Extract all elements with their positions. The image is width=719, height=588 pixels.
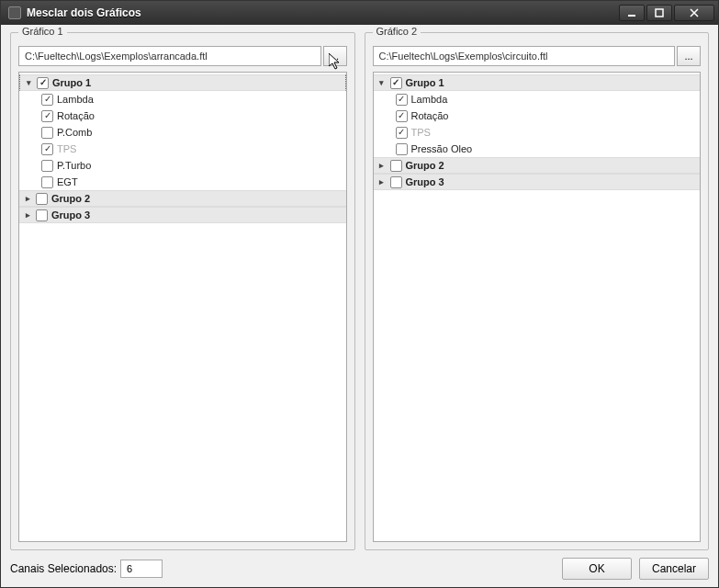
checkbox[interactable] bbox=[41, 110, 53, 122]
selected-count-field[interactable] bbox=[120, 560, 163, 578]
groupbox-legend: Gráfico 1 bbox=[18, 26, 67, 37]
tree-item-label: Grupo 2 bbox=[406, 160, 444, 171]
checkbox[interactable] bbox=[396, 94, 408, 106]
tree-item-row[interactable]: P.Comb bbox=[19, 124, 346, 141]
groupbox-grafico-2: Gráfico 2 ... ▾Grupo 1LambdaRotaçãoTPSPr… bbox=[365, 32, 710, 550]
expander-closed-icon[interactable]: ▸ bbox=[377, 177, 387, 187]
tree-item-label: Grupo 2 bbox=[51, 193, 90, 204]
tree-item-label: TPS bbox=[411, 127, 431, 138]
checkbox[interactable] bbox=[41, 176, 53, 188]
close-button[interactable] bbox=[674, 5, 714, 21]
expander-closed-icon[interactable]: ▸ bbox=[23, 210, 32, 220]
tree-item-label: P.Comb bbox=[57, 127, 92, 138]
ok-button[interactable]: OK bbox=[562, 558, 632, 580]
path-input-1[interactable] bbox=[18, 46, 321, 66]
svg-rect-1 bbox=[656, 9, 663, 17]
tree-list-2[interactable]: ▾Grupo 1LambdaRotaçãoTPSPressão Oleo▸Gru… bbox=[373, 72, 702, 542]
tree-item-row[interactable]: EGT bbox=[19, 174, 346, 190]
app-icon bbox=[8, 6, 21, 19]
tree-item-label: Grupo 1 bbox=[406, 77, 444, 88]
tree-group-row[interactable]: ▸Grupo 2 bbox=[374, 157, 701, 174]
tree-item-row[interactable]: P.Turbo bbox=[19, 157, 346, 174]
tree-item-row[interactable]: Rotação bbox=[374, 107, 701, 124]
checkbox[interactable] bbox=[41, 94, 53, 106]
cancel-button[interactable]: Cancelar bbox=[639, 558, 709, 580]
tree-item-row[interactable]: Lambda bbox=[374, 91, 701, 107]
expander-open-icon[interactable]: ▾ bbox=[377, 78, 387, 87]
tree-item-label: Pressão Oleo bbox=[411, 143, 473, 154]
checkbox[interactable] bbox=[41, 143, 53, 155]
checkbox[interactable] bbox=[396, 143, 408, 155]
window-title: Mesclar dois Gráficos bbox=[27, 6, 619, 19]
panels-row: Gráfico 1 ... ▾Grupo 1LambdaRotaçãoP.Com… bbox=[10, 32, 709, 550]
checkbox[interactable] bbox=[390, 160, 402, 172]
browse-button-2[interactable]: ... bbox=[677, 46, 701, 66]
titlebar[interactable]: Mesclar dois Gráficos bbox=[1, 1, 718, 25]
checkbox[interactable] bbox=[396, 127, 408, 139]
browse-button-1[interactable]: ... bbox=[323, 46, 347, 66]
dialog-content: Gráfico 1 ... ▾Grupo 1LambdaRotaçãoP.Com… bbox=[1, 25, 718, 587]
maximize-icon bbox=[655, 8, 664, 17]
checkbox[interactable] bbox=[41, 127, 53, 139]
tree-item-row[interactable]: TPS bbox=[374, 124, 701, 141]
expander-closed-icon[interactable]: ▸ bbox=[377, 161, 387, 170]
tree-group-row[interactable]: ▸Grupo 2 bbox=[19, 190, 346, 207]
tree-item-label: Rotação bbox=[411, 110, 449, 121]
tree-item-label: Grupo 3 bbox=[51, 209, 90, 220]
tree-item-label: P.Turbo bbox=[57, 160, 91, 171]
checkbox[interactable] bbox=[41, 160, 53, 172]
checkbox[interactable] bbox=[37, 77, 49, 89]
tree-item-row[interactable]: Pressão Oleo bbox=[374, 141, 701, 157]
selected-count-label: Canais Selecionados: bbox=[10, 562, 117, 575]
expander-open-icon[interactable]: ▾ bbox=[24, 78, 33, 87]
tree-item-label: EGT bbox=[57, 176, 78, 187]
checkbox[interactable] bbox=[390, 176, 402, 188]
tree-item-label: TPS bbox=[57, 143, 76, 154]
expander-closed-icon[interactable]: ▸ bbox=[23, 194, 32, 203]
tree-item-label: Grupo 3 bbox=[406, 176, 444, 187]
svg-rect-0 bbox=[628, 15, 635, 17]
checkbox[interactable] bbox=[36, 193, 48, 205]
dialog-window: Mesclar dois Gráficos Gráfico 1 ... bbox=[0, 0, 719, 588]
tree-item-row[interactable]: Lambda bbox=[19, 91, 346, 107]
tree-item-label: Rotação bbox=[57, 110, 95, 121]
tree-group-row[interactable]: ▸Grupo 3 bbox=[19, 207, 346, 223]
checkbox[interactable] bbox=[390, 77, 402, 89]
tree-item-row[interactable]: TPS bbox=[19, 141, 346, 157]
tree-item-row[interactable]: Rotação bbox=[19, 107, 346, 124]
path-input-2[interactable] bbox=[373, 46, 676, 66]
checkbox[interactable] bbox=[36, 209, 48, 221]
tree-group-row[interactable]: ▾Grupo 1 bbox=[19, 74, 346, 91]
maximize-button[interactable] bbox=[646, 5, 672, 21]
dialog-footer: Canais Selecionados: OK Cancelar bbox=[10, 550, 709, 580]
tree-group-row[interactable]: ▾Grupo 1 bbox=[374, 74, 701, 91]
groupbox-grafico-1: Gráfico 1 ... ▾Grupo 1LambdaRotaçãoP.Com… bbox=[10, 32, 355, 550]
groupbox-legend: Gráfico 2 bbox=[373, 26, 421, 37]
close-icon bbox=[690, 8, 699, 17]
tree-group-row[interactable]: ▸Grupo 3 bbox=[374, 174, 701, 190]
tree-item-label: Lambda bbox=[411, 94, 448, 105]
checkbox[interactable] bbox=[396, 110, 408, 122]
minimize-icon bbox=[627, 8, 636, 17]
tree-list-1[interactable]: ▾Grupo 1LambdaRotaçãoP.CombTPSP.TurboEGT… bbox=[18, 72, 347, 542]
tree-item-label: Lambda bbox=[57, 94, 94, 105]
minimize-button[interactable] bbox=[619, 5, 645, 21]
tree-item-label: Grupo 1 bbox=[52, 77, 91, 88]
